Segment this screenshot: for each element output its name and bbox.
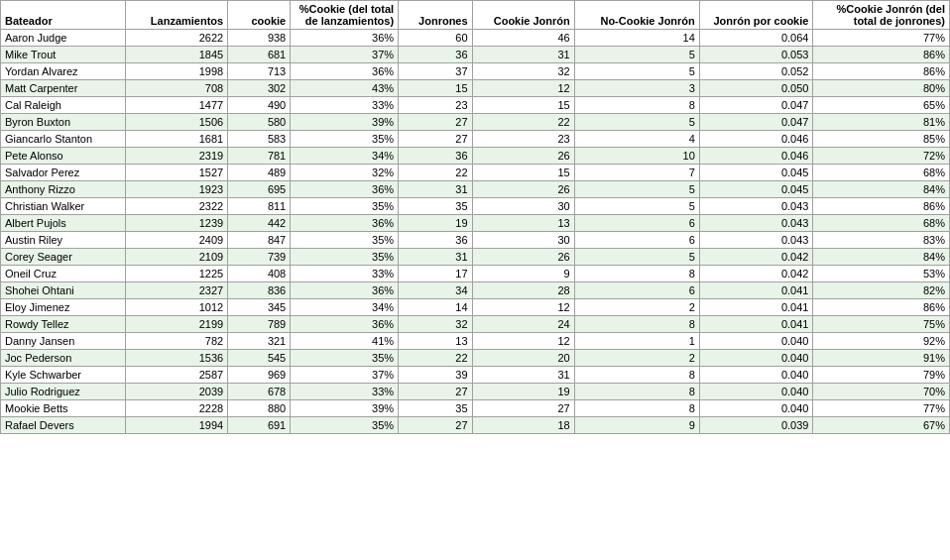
player-name: Austin Riley	[1, 232, 126, 249]
player-name: Matt Carpenter	[1, 80, 126, 97]
column-header: %Cookie Jonrón (del total de jonrones)	[813, 1, 950, 30]
stat-value: 86%	[813, 198, 950, 215]
stat-value: 17	[399, 266, 472, 282]
stat-value: 43%	[291, 80, 399, 97]
stat-value: 83%	[813, 232, 950, 249]
stat-value: 32	[399, 316, 472, 333]
stat-value: 31	[399, 181, 472, 198]
stat-value: 32	[472, 63, 574, 80]
stats-table: BateadorLanzamientoscookie%Cookie (del t…	[0, 0, 950, 434]
table-row: Byron Buxton150658039%272250.04781%	[1, 114, 950, 131]
stat-value: 36%	[291, 181, 399, 198]
stat-value: 33%	[291, 266, 399, 282]
stat-value: 13	[399, 333, 472, 350]
stat-value: 2039	[126, 384, 228, 400]
stat-value: 345	[228, 299, 291, 316]
stat-value: 9	[472, 266, 574, 282]
stat-value: 408	[228, 266, 291, 282]
player-name: Christian Walker	[1, 198, 126, 215]
stat-value: 969	[228, 367, 291, 384]
stat-value: 35%	[291, 417, 399, 434]
stat-value: 86%	[813, 299, 950, 316]
stat-value: 0.042	[699, 266, 813, 282]
stat-value: 1	[574, 333, 699, 350]
stat-value: 321	[228, 333, 291, 350]
stat-value: 580	[228, 114, 291, 131]
player-name: Mookie Betts	[1, 400, 126, 417]
stat-value: 67%	[813, 417, 950, 434]
table-row: Danny Jansen78232141%131210.04092%	[1, 333, 950, 350]
stat-value: 77%	[813, 400, 950, 417]
stat-value: 0.047	[699, 97, 813, 114]
stat-value: 0.042	[699, 249, 813, 266]
stat-value: 0.040	[699, 384, 813, 400]
stat-value: 789	[228, 316, 291, 333]
stat-value: 782	[126, 333, 228, 350]
player-name: Joc Pederson	[1, 350, 126, 367]
table-row: Kyle Schwarber258796937%393180.04079%	[1, 367, 950, 384]
stat-value: 490	[228, 97, 291, 114]
stat-value: 8	[574, 384, 699, 400]
stat-value: 26	[472, 249, 574, 266]
stat-value: 60	[399, 30, 472, 47]
stat-value: 14	[399, 299, 472, 316]
stat-value: 37%	[291, 367, 399, 384]
stat-value: 0.047	[699, 114, 813, 131]
stat-value: 35	[399, 198, 472, 215]
stat-value: 0.045	[699, 165, 813, 181]
stat-value: 75%	[813, 316, 950, 333]
stat-value: 27	[472, 400, 574, 417]
stat-value: 5	[574, 47, 699, 63]
stat-value: 32%	[291, 165, 399, 181]
stat-value: 37	[399, 63, 472, 80]
column-header: Cookie Jonrón	[472, 1, 574, 30]
stat-value: 811	[228, 198, 291, 215]
stat-value: 79%	[813, 367, 950, 384]
stat-value: 1012	[126, 299, 228, 316]
stat-value: 81%	[813, 114, 950, 131]
stat-value: 27	[399, 384, 472, 400]
stat-value: 302	[228, 80, 291, 97]
player-name: Yordan Alvarez	[1, 63, 126, 80]
stat-value: 0.043	[699, 215, 813, 232]
stat-value: 781	[228, 148, 291, 165]
stat-value: 24	[472, 316, 574, 333]
stat-value: 1527	[126, 165, 228, 181]
stat-value: 72%	[813, 148, 950, 165]
stat-value: 2587	[126, 367, 228, 384]
table-row: Julio Rodriguez203967833%271980.04070%	[1, 384, 950, 400]
player-name: Shohei Ohtani	[1, 282, 126, 299]
stat-value: 35%	[291, 131, 399, 148]
table-row: Joc Pederson153654535%222020.04091%	[1, 350, 950, 367]
stat-value: 5	[574, 198, 699, 215]
stat-value: 2409	[126, 232, 228, 249]
player-name: Giancarlo Stanton	[1, 131, 126, 148]
stat-value: 34	[399, 282, 472, 299]
stat-value: 847	[228, 232, 291, 249]
stat-value: 36	[399, 232, 472, 249]
stat-value: 77%	[813, 30, 950, 47]
stat-value: 5	[574, 249, 699, 266]
table-row: Eloy Jimenez101234534%141220.04186%	[1, 299, 950, 316]
column-header: cookie	[228, 1, 291, 30]
stat-value: 938	[228, 30, 291, 47]
stat-value: 37%	[291, 47, 399, 63]
stat-value: 36%	[291, 316, 399, 333]
stat-value: 8	[574, 316, 699, 333]
stat-value: 2319	[126, 148, 228, 165]
stat-value: 691	[228, 417, 291, 434]
stat-value: 33%	[291, 97, 399, 114]
stat-value: 82%	[813, 282, 950, 299]
stat-value: 12	[472, 299, 574, 316]
stat-value: 5	[574, 114, 699, 131]
stat-value: 0.046	[699, 131, 813, 148]
stat-value: 1239	[126, 215, 228, 232]
player-name: Corey Seager	[1, 249, 126, 266]
stat-value: 2	[574, 299, 699, 316]
stat-value: 35%	[291, 350, 399, 367]
stat-value: 34%	[291, 299, 399, 316]
stat-value: 31	[472, 47, 574, 63]
column-header: No-Cookie Jonrón	[574, 1, 699, 30]
stat-value: 18	[472, 417, 574, 434]
table-row: Salvador Perez152748932%221570.04568%	[1, 165, 950, 181]
